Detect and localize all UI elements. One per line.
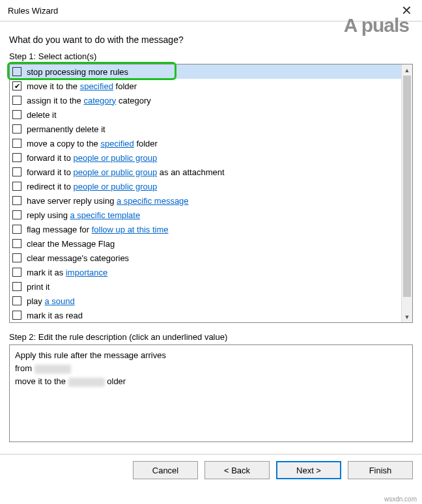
action-label: delete it <box>27 110 57 120</box>
action-row[interactable]: print it <box>10 279 401 294</box>
action-link[interactable]: a specific message <box>117 196 189 206</box>
action-checkbox[interactable] <box>12 196 21 205</box>
action-row[interactable]: permanently delete it <box>10 122 401 136</box>
action-label: move a copy to the specified folder <box>27 139 158 148</box>
window-title: Rules Wizard <box>8 6 58 16</box>
action-checkbox[interactable] <box>12 296 21 305</box>
action-row[interactable]: redirect it to people or public group <box>10 179 401 193</box>
action-label: mark it as importance <box>27 268 107 277</box>
action-label: reply using a specific template <box>27 210 140 220</box>
scroll-thumb[interactable] <box>403 76 411 297</box>
action-checkbox[interactable] <box>12 67 21 76</box>
rule-description-box[interactable]: Apply this rule after the message arrive… <box>9 344 413 442</box>
action-link[interactable]: people or public group <box>74 182 158 191</box>
action-row[interactable]: delete it <box>10 107 401 122</box>
action-link[interactable]: people or public group <box>74 167 158 177</box>
action-label: redirect it to people or public group <box>27 182 157 191</box>
action-label: move it to the specified folder <box>27 81 137 91</box>
desc-line-2: from <box>15 362 407 375</box>
action-link[interactable]: follow up at this time <box>92 225 169 234</box>
action-label: permanently delete it <box>27 124 106 134</box>
watermark: wsxdn.com <box>384 496 417 503</box>
action-row[interactable]: mark it as importance <box>10 265 401 279</box>
action-label: forward it to people or public group as … <box>27 167 225 177</box>
step1-label: Step 1: Select action(s) <box>9 51 413 61</box>
action-checkbox[interactable] <box>12 268 21 277</box>
action-row[interactable]: mark it as read <box>10 308 401 322</box>
scroll-down-arrow-icon[interactable]: ▼ <box>402 311 412 322</box>
action-checkbox[interactable] <box>12 96 21 105</box>
action-row[interactable]: assign it to the category category <box>10 93 401 107</box>
action-label: clear message's categories <box>27 253 129 263</box>
action-link[interactable]: category <box>83 96 116 105</box>
action-link[interactable]: importance <box>66 268 107 277</box>
back-button[interactable]: < Back <box>204 461 270 479</box>
action-link[interactable]: specified <box>80 81 113 91</box>
action-link[interactable]: specified <box>100 139 134 148</box>
action-label: clear the Message Flag <box>27 239 115 249</box>
redacted-value <box>68 378 105 387</box>
action-checkbox[interactable] <box>12 139 21 148</box>
action-checkbox[interactable] <box>12 124 21 133</box>
cancel-button[interactable]: Cancel <box>133 461 198 479</box>
wizard-buttons: Cancel < Back Next > Finish <box>0 455 422 487</box>
action-label: play a sound <box>27 296 75 306</box>
action-label: have server reply using a specific messa… <box>27 196 189 206</box>
action-link[interactable]: a sound <box>44 296 74 306</box>
action-checkbox[interactable] <box>12 225 21 234</box>
brand-logo: A puals <box>344 14 409 36</box>
action-label: flag message for follow up at this time <box>27 225 169 234</box>
scroll-up-arrow-icon[interactable]: ▲ <box>402 64 412 76</box>
action-checkbox[interactable] <box>12 167 21 176</box>
action-row[interactable]: forward it to people or public group as … <box>10 165 401 179</box>
step2-label: Step 2: Edit the rule description (click… <box>9 332 413 342</box>
action-checkbox[interactable] <box>12 182 21 191</box>
action-label: stop processing more rules <box>27 67 128 77</box>
action-checkbox[interactable] <box>12 210 21 219</box>
action-checkbox[interactable] <box>12 253 21 262</box>
action-row[interactable]: stop processing more rules <box>10 64 401 79</box>
finish-button[interactable]: Finish <box>348 461 413 479</box>
action-checkbox[interactable] <box>12 153 21 162</box>
action-checkbox[interactable] <box>12 81 21 91</box>
action-checkbox[interactable] <box>12 311 21 320</box>
action-row[interactable]: forward it to people or public group <box>10 150 401 165</box>
action-row[interactable]: have server reply using a specific messa… <box>10 193 401 208</box>
action-label: assign it to the category category <box>27 96 151 105</box>
action-label: mark it as read <box>27 311 83 320</box>
desc-line-3: move it to the older <box>15 375 407 388</box>
action-checkbox[interactable] <box>12 239 21 248</box>
redacted-value <box>35 365 71 374</box>
action-row[interactable]: reply using a specific template <box>10 208 401 222</box>
desc-line-1: Apply this rule after the message arrive… <box>15 349 407 362</box>
action-row[interactable]: move a copy to the specified folder <box>10 136 401 150</box>
actions-scrollbar[interactable]: ▲ ▼ <box>401 64 412 322</box>
actions-listbox[interactable]: stop processing more rulesmove it to the… <box>9 64 413 323</box>
action-link[interactable]: people or public group <box>74 153 158 163</box>
action-label: forward it to people or public group <box>27 153 157 163</box>
next-button[interactable]: Next > <box>276 461 341 479</box>
action-row[interactable]: clear message's categories <box>10 251 401 265</box>
action-checkbox[interactable] <box>12 110 21 119</box>
action-row[interactable]: flag message for follow up at this time <box>10 222 401 236</box>
action-checkbox[interactable] <box>12 282 21 291</box>
action-row[interactable]: move it to the specified folder <box>10 79 401 93</box>
action-label: print it <box>27 282 49 292</box>
action-row[interactable]: play a sound <box>10 294 401 308</box>
action-link[interactable]: a specific template <box>70 210 140 220</box>
action-row[interactable]: clear the Message Flag <box>10 236 401 251</box>
